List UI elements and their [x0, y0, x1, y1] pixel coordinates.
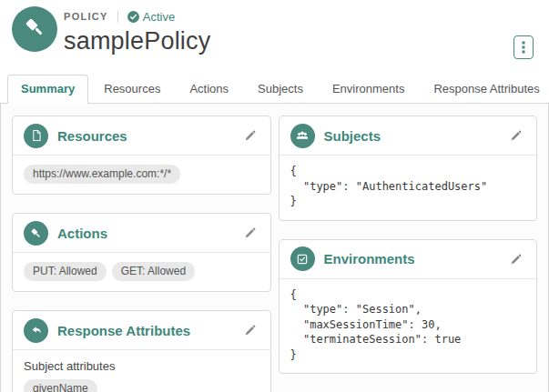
policy-avatar	[12, 6, 57, 52]
actions-card-header: Actions	[13, 214, 270, 253]
action-chip: PUT: Allowed	[24, 262, 107, 281]
left-column: Resources https://www.example.com:*/*	[12, 116, 271, 392]
edit-response-attributes-button[interactable]	[241, 321, 259, 339]
resources-card-header: Resources	[13, 116, 270, 156]
gavel-icon	[24, 221, 48, 246]
kebab-icon	[522, 41, 525, 54]
environments-card-body: { "type": "Session", "maxSessionTime": 3…	[280, 279, 537, 374]
check-square-icon	[290, 246, 315, 271]
resource-chip: https://www.example.com:*/*	[24, 165, 180, 184]
pencil-icon	[244, 226, 257, 239]
resources-card-title: Resources	[57, 128, 241, 144]
subjects-card-body: { "type": "AuthenticatedUsers" }	[280, 156, 537, 220]
resources-card-body: https://www.example.com:*/*	[13, 156, 270, 194]
entity-type-label: POLICY	[64, 11, 108, 22]
actions-card: Actions PUT: Allowed GET: Allowed	[12, 213, 271, 292]
subjects-card-title: Subjects	[324, 128, 508, 144]
tab-environments[interactable]: Environments	[319, 75, 418, 104]
tab-subjects[interactable]: Subjects	[244, 75, 317, 104]
action-chip: GET: Allowed	[112, 262, 195, 281]
edit-subjects-button[interactable]	[507, 126, 525, 145]
tab-response-attributes[interactable]: Response Attributes	[420, 75, 549, 104]
subjects-card-header: Subjects	[280, 116, 537, 156]
environments-card-title: Environments	[324, 251, 508, 266]
subjects-json: { "type": "AuthenticatedUsers" }	[290, 164, 526, 209]
response-attributes-card: Response Attributes Subject attributes g…	[12, 310, 271, 392]
actions-card-title: Actions	[57, 226, 241, 241]
pencil-icon	[244, 324, 257, 337]
header-divider	[117, 10, 118, 23]
tab-bar: Summary Resources Actions Subjects Envir…	[0, 76, 549, 104]
response-attribute-chip: givenName	[24, 379, 97, 392]
status-badge: Active	[127, 10, 175, 24]
reply-arrow-icon	[24, 318, 48, 343]
pencil-icon	[244, 129, 257, 142]
environments-json: { "type": "Session", "maxSessionTime": 3…	[290, 287, 526, 363]
users-icon	[290, 124, 315, 148]
response-attributes-card-title: Response Attributes	[57, 323, 241, 338]
subject-attributes-label: Subject attributes	[24, 359, 259, 373]
subjects-card: Subjects { "type": "AuthenticatedUsers" …	[279, 116, 538, 221]
resources-card: Resources https://www.example.com:*/*	[12, 116, 271, 195]
tab-summary[interactable]: Summary	[7, 75, 88, 104]
response-attributes-card-body: Subject attributes givenName	[13, 350, 270, 392]
tab-actions[interactable]: Actions	[176, 75, 242, 104]
edit-environments-button[interactable]	[507, 250, 525, 268]
pencil-icon	[510, 129, 523, 142]
right-column: Subjects { "type": "AuthenticatedUsers" …	[279, 116, 538, 392]
edit-actions-button[interactable]	[241, 224, 259, 242]
tab-resources[interactable]: Resources	[90, 75, 174, 104]
file-icon	[24, 124, 48, 148]
kebab-menu-button[interactable]	[513, 35, 534, 59]
response-attributes-card-header: Response Attributes	[13, 311, 270, 350]
edit-resources-button[interactable]	[241, 126, 259, 145]
check-circle-icon	[127, 11, 139, 23]
summary-panel: Resources https://www.example.com:*/*	[0, 104, 549, 392]
environments-card: Environments { "type": "Session", "maxSe…	[279, 239, 538, 375]
actions-card-body: PUT: Allowed GET: Allowed	[13, 253, 270, 291]
page-header: POLICY Active samplePolicy	[0, 0, 549, 76]
pencil-icon	[510, 253, 523, 266]
gavel-icon	[22, 15, 47, 44]
page-title: samplePolicy	[64, 27, 536, 55]
environments-card-header: Environments	[280, 240, 537, 279]
status-text: Active	[143, 10, 175, 24]
